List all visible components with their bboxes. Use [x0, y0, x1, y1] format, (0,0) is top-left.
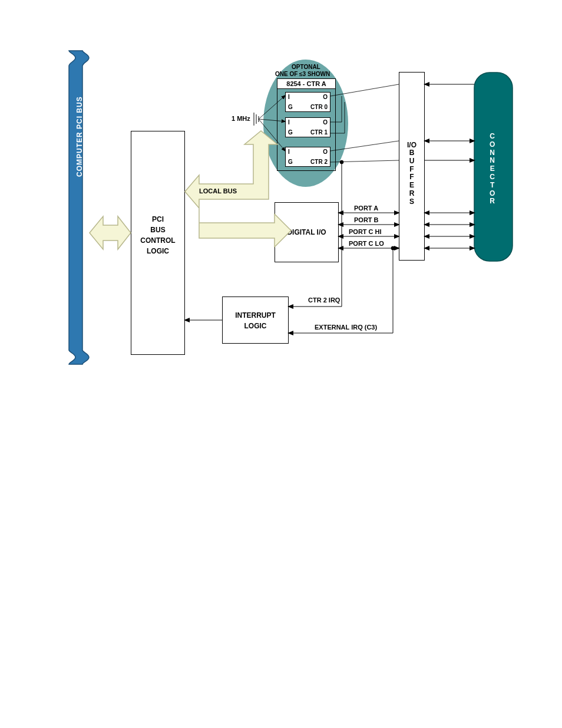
irq-lines: [185, 162, 395, 333]
block-diagram: COMPUTER PCI BUS PCI BUS CONTROL LOGIC D…: [0, 0, 562, 728]
ctr2-irq-label: CTR 2 IRQ: [308, 297, 340, 304]
ext-irq-label: EXTERNAL IRQ (C3): [315, 324, 377, 331]
